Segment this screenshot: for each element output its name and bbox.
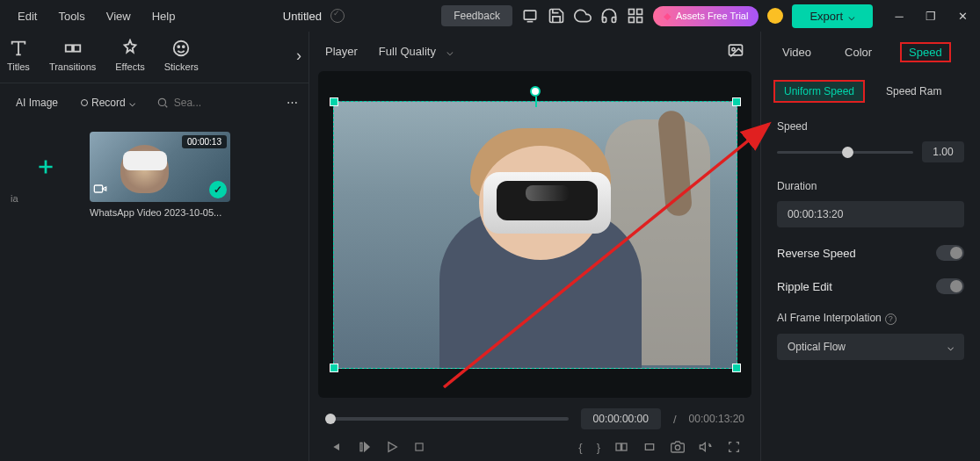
current-time: 00:00:00:00	[581, 408, 661, 429]
stop-button[interactable]	[413, 441, 425, 453]
play-pause-button[interactable]	[357, 440, 371, 454]
menu-view[interactable]: View	[96, 4, 142, 28]
tab-transitions[interactable]: Transitions	[49, 39, 96, 72]
menu-tools[interactable]: Tools	[47, 4, 95, 28]
speed-slider[interactable]	[777, 151, 913, 154]
resize-handle-tl[interactable]	[330, 97, 338, 106]
ripple-edit-label: Ripple Edit	[777, 280, 832, 293]
svg-rect-5	[65, 45, 71, 51]
timeline-scrubber[interactable]	[325, 417, 569, 421]
svg-rect-3	[628, 18, 634, 23]
more-options-icon[interactable]: ⋯	[283, 92, 301, 112]
tab-speed-ramp[interactable]: Speed Ram	[875, 80, 952, 103]
document-title: Untitled	[283, 10, 322, 23]
svg-rect-2	[637, 10, 642, 15]
tab-titles[interactable]: Titles	[7, 39, 30, 72]
tab-effects[interactable]: Effects	[115, 39, 144, 72]
tab-color[interactable]: Color	[839, 42, 877, 62]
snapshot-button[interactable]	[727, 41, 744, 61]
search-icon	[156, 97, 169, 109]
quality-select[interactable]: Full Quality	[370, 40, 462, 62]
used-check-icon	[209, 181, 227, 198]
video-type-icon	[93, 182, 107, 198]
mark-out-button[interactable]: }	[597, 441, 600, 454]
save-status-icon	[330, 9, 345, 23]
rotate-handle[interactable]	[530, 86, 541, 97]
svg-rect-1	[628, 10, 634, 15]
snapshot-button-2[interactable]	[671, 440, 685, 454]
record-button[interactable]: Record ⌵	[72, 92, 144, 113]
mark-in-button[interactable]: {	[578, 441, 582, 454]
svg-point-20	[675, 445, 679, 450]
info-icon[interactable]: ?	[885, 313, 897, 325]
chevron-down-icon: ⌵	[129, 97, 135, 109]
filter-icon[interactable]	[257, 90, 278, 114]
properties-panel: Video Color Speed Uniform Speed Speed Ra…	[760, 32, 980, 461]
grid-icon[interactable]	[627, 7, 644, 25]
emoji-icon[interactable]	[767, 8, 783, 24]
fullscreen-button[interactable]	[727, 440, 741, 454]
svg-rect-16	[416, 443, 423, 450]
preview-frame[interactable]	[333, 101, 737, 369]
search-box[interactable]	[149, 92, 251, 113]
reverse-speed-toggle[interactable]	[936, 245, 964, 261]
assets-trial-button[interactable]: ◆Assets Free Trial	[653, 6, 759, 26]
feedback-button[interactable]: Feedback	[441, 5, 512, 26]
menu-edit[interactable]: Edit	[7, 4, 47, 28]
svg-point-13	[732, 48, 735, 51]
close-button[interactable]: ✕	[952, 5, 973, 26]
time-separator: /	[673, 413, 677, 426]
tab-uniform-speed[interactable]: Uniform Speed	[773, 80, 865, 103]
player-label: Player	[325, 45, 358, 58]
media-panel: Titles Transitions Effects Stickers › AI…	[0, 32, 309, 461]
speed-value[interactable]: 1.00	[922, 141, 964, 162]
crop-button[interactable]	[642, 440, 657, 454]
volume-button[interactable]	[699, 440, 713, 454]
svg-point-9	[183, 46, 185, 47]
compare-button[interactable]	[614, 440, 628, 454]
reverse-speed-label: Reverse Speed	[777, 247, 856, 260]
diamond-icon: ◆	[664, 11, 671, 22]
chevron-down-icon: ⌵	[947, 341, 954, 353]
ripple-edit-toggle[interactable]	[936, 278, 964, 294]
tab-stickers[interactable]: Stickers	[164, 39, 199, 72]
total-time: 00:00:13:20	[689, 413, 744, 425]
export-button[interactable]: Export⌵	[792, 4, 873, 28]
headphones-icon[interactable]	[600, 7, 618, 25]
save-icon[interactable]	[548, 7, 565, 25]
more-tabs-button[interactable]: ›	[296, 47, 301, 65]
player-panel: Player Full Quality	[309, 32, 760, 461]
svg-rect-19	[645, 444, 653, 450]
chevron-down-icon: ⌵	[848, 10, 855, 23]
record-icon	[81, 99, 88, 106]
speed-label: Speed	[777, 120, 964, 133]
maximize-button[interactable]: ❐	[920, 5, 941, 26]
resize-handle-tr[interactable]	[732, 97, 741, 106]
prev-frame-button[interactable]	[329, 440, 343, 454]
search-input[interactable]	[174, 97, 209, 109]
ai-frame-select[interactable]: Optical Flow⌵	[777, 334, 964, 360]
ai-frame-label: AI Frame Interpolation	[777, 312, 882, 324]
preview-area[interactable]	[318, 71, 751, 398]
tab-speed[interactable]: Speed	[900, 42, 951, 62]
media-clip[interactable]: 00:00:13 WhatsApp Video 2023-10-05...	[90, 132, 230, 218]
svg-point-10	[158, 98, 165, 105]
menu-help[interactable]: Help	[142, 4, 186, 28]
svg-rect-6	[73, 45, 79, 51]
device-icon[interactable]	[521, 7, 539, 25]
add-media-button[interactable]	[11, 132, 81, 202]
resize-handle-bl[interactable]	[330, 364, 338, 372]
media-name-label: WhatsApp Video 2023-10-05...	[90, 207, 230, 218]
duration-input[interactable]	[777, 201, 964, 227]
tab-video[interactable]: Video	[777, 42, 817, 62]
svg-point-7	[174, 41, 189, 56]
duration-label: Duration	[777, 180, 964, 192]
svg-rect-15	[360, 443, 362, 450]
play-button[interactable]	[385, 440, 399, 454]
ai-image-button[interactable]: AI Image	[7, 92, 67, 113]
resize-handle-br[interactable]	[732, 364, 741, 372]
duration-badge: 00:00:13	[182, 135, 227, 148]
cloud-icon[interactable]	[574, 7, 592, 25]
minimize-button[interactable]: ─	[889, 5, 910, 26]
svg-point-8	[178, 46, 180, 47]
